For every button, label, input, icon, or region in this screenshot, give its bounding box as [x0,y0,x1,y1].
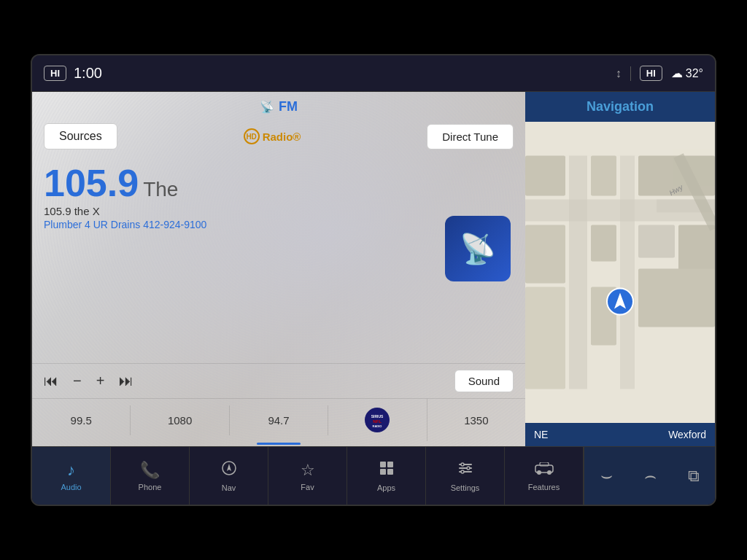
windows-button[interactable]: ⧉ [688,467,700,486]
nav-icon-symbol [221,460,237,481]
svg-rect-24 [380,462,386,467]
station-area: 105.9 The 105.9 the X Plumber 4 UR Drain… [32,154,525,363]
skip-back-button[interactable]: ⏮ [44,373,58,389]
bottom-nav: ♪ Audio 📞 Phone Nav ☆ Fav [32,446,715,505]
preset-1[interactable]: 99.5 [32,405,131,435]
nav-nav[interactable]: Nav [190,447,268,505]
nav-audio[interactable]: ♪ Audio [32,447,111,505]
hi-badge-left: HI [44,66,66,81]
svg-rect-16 [525,287,565,389]
svg-rect-15 [678,225,715,276]
progress-bar [257,443,301,445]
hd-text: HD [246,133,256,141]
sources-button[interactable]: Sources [44,123,117,149]
back-button[interactable]: ⌣ [600,464,613,487]
svg-point-31 [461,463,464,466]
nav-phone[interactable]: 📞 Phone [111,447,190,505]
nav-header: Navigation [525,92,715,122]
nav-title: Navigation [587,99,654,114]
radio-panel: 📡 FM Sources HD Radio® Direct Tune [32,92,525,446]
phone-label: Phone [139,483,162,491]
features-label: Features [528,483,560,491]
home-button[interactable]: ⌢ [644,464,657,487]
frequency-suffix: The [143,179,178,200]
fm-label: 📡 FM [260,99,298,114]
weather-display: ☁ 32° [671,66,703,80]
hd-radio-text: Radio® [263,131,301,143]
clock: 1:00 [74,65,102,82]
playback-controls: ⏮ − + ⏭ Sound [32,363,525,398]
main-screen: HI 1:00 ↕ HI ☁ 32° 📡 FM Sources [31,54,716,506]
features-icon [534,461,554,480]
nav-fav[interactable]: ☆ Fav [268,447,347,505]
apps-label: Apps [377,483,395,492]
settings-icon [457,460,473,481]
preset-2[interactable]: 1080 [131,405,229,435]
svg-rect-26 [380,469,386,475]
svg-text:RADIO: RADIO [373,424,382,428]
nav-controls: ⌣ ⌢ ⧉ [584,447,715,505]
sirius-logo: SIRIUS NFL RADIO [365,408,390,432]
svg-rect-6 [569,156,587,389]
sound-button[interactable]: Sound [454,370,514,392]
station-ad: Plumber 4 UR Drains 412-924-9100 [44,219,514,230]
divider [630,66,631,81]
hd-radio-logo: HD Radio® [244,128,301,144]
map-area[interactable]: Hwy [525,122,715,423]
nav-features[interactable]: Features [505,447,584,505]
minus-button[interactable]: − [73,373,82,389]
plus-button[interactable]: + [96,373,105,389]
weather-icon: ☁ [671,66,683,80]
hd-circle: HD [244,128,260,144]
preset-sirius[interactable]: SIRIUS NFL RADIO [328,399,427,441]
status-right: ↕ HI ☁ 32° [616,66,703,81]
station-name: 105.9 the X [44,205,514,217]
fav-icon: ☆ [301,461,315,480]
presets-bar: 99.5 1080 94.7 SIRIUS NFL RADIO [32,398,525,441]
signal-button-container: 📡 [445,216,511,281]
signal-button[interactable]: 📡 [445,216,511,281]
svg-rect-18 [638,269,715,327]
nav-panel: Navigation [525,92,715,446]
temperature: 32° [686,67,703,80]
svg-rect-9 [525,156,565,196]
progress-container [32,441,525,446]
settings-label: Settings [451,483,480,492]
nav-footer: NE Wexford [525,423,715,446]
destination-label: Wexford [668,429,706,440]
svg-point-32 [467,467,470,470]
skip-forward-button[interactable]: ⏭ [119,373,133,389]
preset-3[interactable]: 94.7 [230,405,328,435]
svg-rect-12 [525,225,565,284]
radio-controls: Sources HD Radio® Direct Tune [32,119,525,154]
direct-tune-button[interactable]: Direct Tune [427,124,514,149]
svg-point-33 [461,470,464,473]
hi-badge-right: HI [640,66,662,81]
svg-point-36 [547,470,551,475]
signal-icon: ↕ [616,67,622,80]
phone-icon: 📞 [140,461,160,480]
svg-text:NFL: NFL [374,419,382,424]
svg-rect-27 [387,469,393,475]
status-bar: HI 1:00 ↕ HI ☁ 32° [32,55,715,92]
svg-rect-25 [387,462,393,467]
frequency-number: 105.9 [44,164,139,202]
svg-rect-14 [638,225,675,258]
fav-label: Fav [301,483,314,491]
nav-apps[interactable]: Apps [347,447,426,505]
fm-antenna-icon: 📡 [260,100,274,114]
signal-waves-icon: 📡 [460,232,496,266]
svg-text:SIRIUS: SIRIUS [371,414,384,419]
preset-5[interactable]: 1350 [427,405,525,435]
apps-icon [379,460,395,481]
nav-settings[interactable]: Settings [426,447,505,505]
map-svg: Hwy [525,122,715,423]
main-area: 📡 FM Sources HD Radio® Direct Tune [32,92,715,446]
svg-rect-13 [591,225,616,262]
fm-text: FM [279,99,298,114]
direction-label: NE [534,429,548,440]
audio-icon: ♪ [67,461,75,480]
station-frequency: 105.9 The [44,164,514,202]
svg-rect-7 [620,156,635,389]
svg-rect-10 [591,156,616,196]
